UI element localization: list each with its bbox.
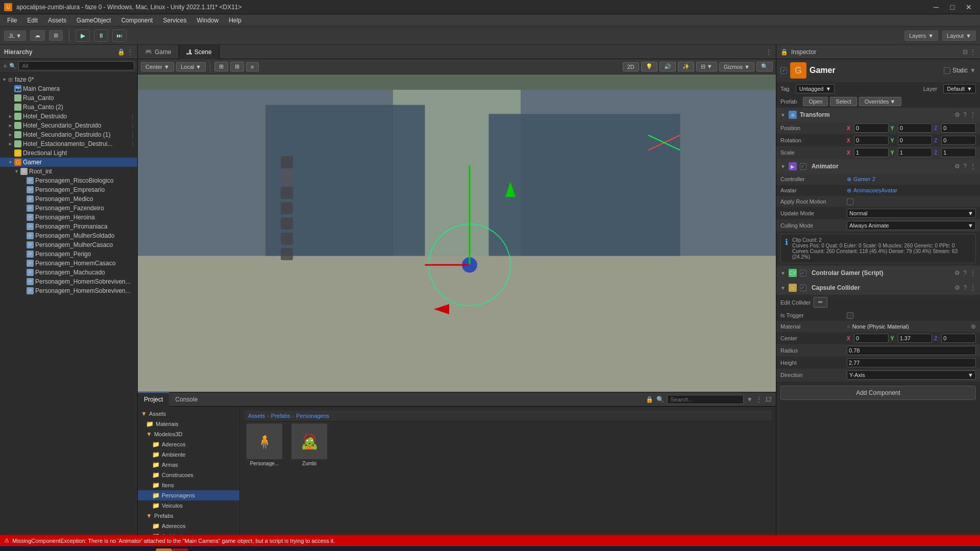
project-menu-icon[interactable]: ⋮ [756, 396, 762, 403]
static-dropdown-icon[interactable]: ▼ [970, 67, 976, 74]
2d-btn[interactable]: 2D [623, 62, 639, 71]
capsule-collider-header[interactable]: ▼ ○ Capsule Collider ⚙ ? ⋮ [776, 281, 980, 295]
ptree-personagens[interactable]: 📁 Personagens [138, 490, 239, 500]
menu-help[interactable]: Help [224, 16, 247, 25]
minimize-button[interactable]: ─ [929, 2, 943, 13]
inspector-menu-icon[interactable]: ⋮ [970, 48, 976, 56]
edit-collider-button[interactable]: ✏ [814, 297, 827, 308]
scene-viewport[interactable] [138, 74, 776, 392]
animator-overflow-icon[interactable]: ⋮ [970, 163, 976, 170]
inspector-layout-icon[interactable]: ⊟ [963, 48, 968, 56]
material-add-icon[interactable]: ⊕ [971, 323, 976, 330]
ptree-prefabs-aderecos[interactable]: 📁 Aderecos [138, 521, 239, 531]
tree-item-hotelsec[interactable]: ► Hotel_Secundario_Destruido ⋮ [0, 121, 137, 130]
taskbar-temp-icon[interactable]: 🌡 [58, 548, 74, 552]
asset-item-zumbi[interactable]: 🧟 Zumbi [289, 421, 330, 468]
tree-item-ruacanto2[interactable]: Rua_Canto (2) [0, 103, 137, 112]
menu-services[interactable]: Services [158, 16, 191, 25]
hotelest-menu[interactable]: ⋮ [130, 141, 135, 147]
ptree-ambiente[interactable]: 📁 Ambiente [138, 449, 239, 460]
tree-item-p8[interactable]: P Personagem_MulherCasaco [0, 240, 137, 249]
menu-edit[interactable]: Edit [22, 16, 43, 25]
taskbar-browser-icon[interactable]: 🌐 [107, 548, 123, 552]
grid-btn[interactable]: ⊞ [214, 62, 228, 71]
start-button[interactable]: ⊞ [4, 548, 20, 552]
transform-help-icon[interactable]: ? [963, 111, 967, 118]
project-search-input[interactable] [667, 395, 744, 404]
hierarchy-search-input[interactable] [18, 61, 134, 70]
transform-overflow-icon[interactable]: ⋮ [970, 111, 976, 118]
tree-item-p1[interactable]: P Personagem_RiscoBiologico [0, 176, 137, 185]
scale-z-input[interactable] [941, 148, 976, 157]
hotelsec-menu[interactable]: ⋮ [130, 123, 135, 129]
tab-console[interactable]: Console [169, 392, 204, 407]
effects-btn[interactable]: ✨ [678, 62, 694, 71]
tree-item-dirlight[interactable]: ☀ Directional Light [0, 148, 137, 158]
layers-dropdown[interactable]: Layers ▼ [904, 31, 938, 41]
transform-settings-icon[interactable]: ⚙ [954, 111, 960, 118]
tree-item-p7[interactable]: P Personagem_MulherSoldado [0, 231, 137, 240]
project-filter-icon[interactable]: ▼ [747, 396, 753, 403]
script-settings-icon[interactable]: ⚙ [954, 269, 960, 277]
tree-item-faze0[interactable]: ▼ ⊞ faze 0* [0, 75, 137, 84]
rot-z-input[interactable] [941, 136, 976, 145]
center-z-input[interactable] [941, 334, 976, 343]
account-button[interactable]: JL ▼ [4, 31, 26, 41]
animator-enabled-checkbox[interactable] [800, 163, 806, 170]
collider-overflow-icon[interactable]: ⋮ [970, 284, 976, 291]
tree-item-p13[interactable]: P Personagem_HomemSobreviven... [0, 286, 137, 295]
taskbar-notification-icon[interactable]: 🔔 [123, 548, 139, 552]
tab-project[interactable]: Project [138, 392, 169, 407]
tree-item-hotelest[interactable]: ► Hotel_Estacionamento_Destrui... ⋮ [0, 139, 137, 148]
search-taskbar-icon[interactable]: 🔍 [20, 548, 37, 552]
pos-y-input[interactable] [898, 123, 933, 133]
more-btn[interactable]: ≡ [246, 62, 258, 71]
ptree-veiculos[interactable]: 📁 Veiculos [138, 500, 239, 511]
tree-item-hotel[interactable]: ► Hotel_Destruido ⋮ [0, 112, 137, 121]
lighting-btn[interactable]: 💡 [641, 62, 657, 71]
menu-file[interactable]: File [2, 16, 22, 25]
bc-personagens[interactable]: Personagens [296, 413, 329, 419]
animator-settings-icon[interactable]: ⚙ [954, 163, 960, 170]
animator-header[interactable]: ▼ ▶ Animator ⚙ ? ⋮ [776, 159, 980, 173]
tree-item-p12[interactable]: P Personagem_HomemSobreviven... [0, 277, 137, 286]
pause-button[interactable]: ⏸ [94, 30, 108, 42]
search-scene-btn[interactable]: 🔍 [756, 62, 773, 71]
hierarchy-lock-icon[interactable]: 🔒 [117, 48, 125, 56]
tree-item-hotelsec1[interactable]: ► Hotel_Secundario_Destruido (1) ⋮ [0, 130, 137, 139]
snap-btn[interactable]: ⊞ [230, 62, 244, 71]
project-lock-icon[interactable]: 🔒 [646, 396, 653, 403]
collider-help-icon[interactable]: ? [963, 284, 967, 291]
tree-item-p2[interactable]: P Personagem_Empresario [0, 185, 137, 194]
shading-btn[interactable]: ⊟ ▼ [696, 62, 717, 71]
pos-z-input[interactable] [941, 123, 976, 133]
ptree-armas[interactable]: 📁 Armas [138, 460, 239, 470]
script-help-icon[interactable]: ? [963, 269, 967, 277]
bc-prefabs[interactable]: Prefabs [271, 413, 290, 419]
hotelsec1-menu[interactable]: ⋮ [130, 132, 135, 138]
prefab-overrides-button[interactable]: Overrides ▼ [859, 97, 901, 106]
bc-assets[interactable]: Assets [248, 413, 265, 419]
tree-item-p4[interactable]: P Personagem_Fazendeiro [0, 204, 137, 213]
radius-input[interactable] [847, 346, 976, 355]
height-input[interactable] [847, 358, 976, 367]
menu-window[interactable]: Window [191, 16, 224, 25]
menu-gameobject[interactable]: GameObject [71, 16, 116, 25]
controlar-gamer-header[interactable]: ▼ C# Controlar Gamer (Script) ⚙ ? ⋮ [776, 266, 980, 280]
tree-item-p11[interactable]: P Personagem_Machucado [0, 268, 137, 277]
layer-dropdown[interactable]: Default ▼ [943, 84, 976, 93]
culling-mode-dropdown[interactable]: Always Animate ▼ [847, 221, 976, 230]
scale-y-input[interactable] [898, 148, 933, 157]
tag-dropdown[interactable]: Untagged ▼ [796, 84, 835, 93]
project-search-icon[interactable]: 🔍 [656, 396, 664, 403]
tree-item-p10[interactable]: P Personagem_HomemCasaco [0, 259, 137, 268]
taskbar-file-icon[interactable]: 🗂 [41, 548, 58, 552]
ptree-prefabs-ambiente[interactable]: 📁 Ambiente [138, 531, 239, 535]
ptree-aderecos[interactable]: 📁 Aderecos [138, 439, 239, 449]
apply-root-motion-checkbox[interactable] [847, 198, 853, 205]
ptree-modelos3d[interactable]: ▼ Modelos3D [138, 429, 239, 439]
center-mode-btn[interactable]: Center ▼ [141, 62, 174, 71]
local-mode-btn[interactable]: Local ▼ [176, 62, 206, 71]
asset-item-personagem[interactable]: 🧍 Personage... [244, 421, 285, 468]
add-hierarchy-button[interactable]: + [3, 62, 7, 70]
